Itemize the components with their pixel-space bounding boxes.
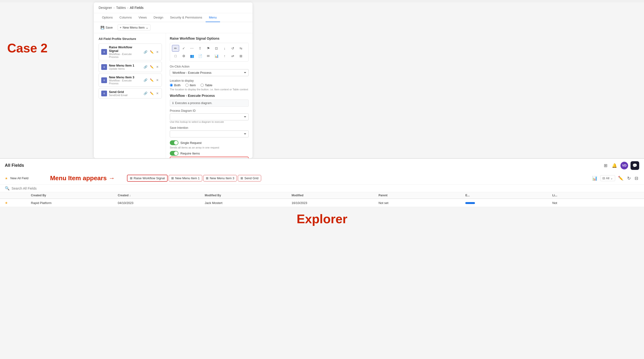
icon-cell-pencil[interactable]: ✏ [172,45,179,52]
link-button-3[interactable]: 🔗 [143,91,148,96]
icon-cell-square[interactable]: □ [172,53,179,59]
grid-icon-btn[interactable]: ⊞ [603,162,608,169]
menu-item-name-1: New Menu Item 1 [109,64,141,67]
edit-button-1[interactable]: ✏️ [149,65,154,69]
radio-table[interactable]: Table [200,83,212,87]
bell-icon-btn[interactable]: 🔔 [611,162,618,169]
breadcrumb-tables[interactable]: Tables [116,6,126,9]
edit-icon-btn[interactable]: ✏️ [617,175,624,182]
tabs-bar: Options Columns Views Design Security & … [94,13,252,22]
icon-cell-check[interactable]: ✓ [180,45,187,52]
menu-item-name-2: New Menu Item 3 [109,75,141,79]
tab-menu[interactable]: Menu [206,13,220,22]
progress-bar [465,202,475,204]
edit-button-3[interactable]: ✏️ [149,91,154,96]
search-input[interactable] [12,186,60,190]
menu-item-sub-0: Workflow - Execute Process [109,53,141,58]
columns-icon-btn[interactable]: ⊟ [634,175,639,182]
menu-btn-label-2: New Menu Item 3 [210,176,234,180]
td-created-by: Rapid Platform [31,201,118,205]
close-button-0[interactable]: ✕ [156,50,159,54]
edit-button-0[interactable]: ✏️ [149,50,154,54]
chevron-filter-icon: ⌄ [610,176,613,180]
menu-btn-label-1: New Menu Item 1 [175,176,200,180]
tab-views[interactable]: Views [135,13,150,22]
process-diagram-select[interactable] [170,113,249,120]
refresh-icon-btn[interactable]: ↻ [626,175,632,182]
plus-icon: + [120,26,122,29]
breadcrumb-designer[interactable]: Designer [98,6,112,9]
icon-cell-link2[interactable]: ⇆ [237,45,244,52]
icon-cell-flag[interactable]: ⚑ [205,45,212,52]
menu-btn-2[interactable]: ⊞ New Menu Item 3 [203,175,237,181]
icon-cell-refresh[interactable]: ↺ [229,45,236,52]
menu-buttons-group: ⊞ Raise Workflow Signal ⊞ New Menu Item … [127,175,261,182]
tab-security[interactable]: Security & Permissions [167,13,206,22]
close-button-3[interactable]: ✕ [156,91,159,96]
save-intention-select[interactable] [170,130,249,137]
table-icon-1: ⊞ [171,176,174,180]
arrow-icon: → [109,174,115,182]
icon-cell-upload[interactable]: ⇧ [196,45,204,52]
icon-cell-users[interactable]: 👥 [188,53,196,59]
edit-button-2[interactable]: ✏️ [149,78,154,82]
icon-cell-gear[interactable]: ⚙ [180,53,187,59]
menu-item-icon-1: ≡ [101,64,107,70]
menu-btn-3[interactable]: ⊞ Send Grid [238,175,261,181]
icon-cell-dots[interactable]: ⋯ [188,45,196,52]
on-click-action-label: On-Click Action [170,65,249,68]
td-star: ★ [5,201,31,205]
icon-cell-dl[interactable]: ↓ [221,45,228,52]
menu-item-text-3: Send Grid SendGrid Email [109,90,141,97]
icon-cell-chart[interactable]: 📊 [213,53,220,59]
on-click-action-select[interactable]: Workflow - Execute Process [170,69,249,76]
excel-icon-btn[interactable]: 📊 [591,175,598,182]
radio-item[interactable]: Item [186,83,196,87]
single-request-row: Single Request [170,140,249,145]
icon-cell-save2[interactable]: ⊡ [213,45,220,52]
icon-cell-arrow-up[interactable]: ↑ [221,53,228,59]
icon-cell-grid2[interactable]: ⊞ [237,53,244,59]
new-all-field-btn[interactable]: New All Field [10,176,28,180]
link-button-2[interactable]: 🔗 [143,78,148,82]
tab-options[interactable]: Options [98,13,116,22]
icon-grid: ✏ ✓ ⋯ ⇧ ⚑ ⊡ ↓ ↺ ⇆ □ ⚙ 👥 📄 ✉ 📊 ↑ [170,43,249,61]
menu-btn-1[interactable]: ⊞ New Menu Item 1 [168,175,202,181]
options-title: Raise Workflow Signal Options [170,36,249,40]
th-e: E... [465,194,552,197]
chat-icon-btn[interactable]: 💬 [630,161,639,170]
menu-btn-raise-workflow[interactable]: ⊞ Raise Workflow Signal [127,175,168,182]
search-icon: 🔍 [5,186,10,191]
data-table: Created By Created ↓ Modified By Modifie… [0,192,644,207]
tab-design[interactable]: Design [150,13,167,22]
close-button-2[interactable]: ✕ [156,78,159,82]
menu-item-actions-3: 🔗 ✏️ ✕ [143,91,159,96]
process-diagram-label: Process Diagram ID [170,109,249,112]
panel-body: All Field Profile Structure ≡ Raise Work… [94,33,252,158]
info-box: ℹ Executes a process diagram. [170,99,249,107]
link-button-0[interactable]: 🔗 [143,50,148,54]
save-button[interactable]: 💾 Save [98,25,115,30]
td-parent: Not set [378,201,465,205]
icon-cell-swap[interactable]: ⇄ [229,53,236,59]
all-fields-title: All Fields [5,163,600,168]
icon-cell-mail[interactable]: ✉ [205,53,212,59]
table-icon-2: ⊞ [206,176,208,180]
radio-both[interactable]: Both [170,83,180,87]
tab-columns[interactable]: Columns [116,13,135,22]
avatar: VD [620,162,628,169]
require-items-label: Require Items [180,152,200,155]
process-diagram-hint: Use this lookup to select a diagram to e… [170,120,249,123]
single-request-toggle[interactable] [170,140,178,145]
new-menu-item-label: New Menu Item [123,26,144,29]
designer-panel: Designer › Tables › All Fields Options C… [94,2,252,158]
filter-btn[interactable]: ⊟ All ⌄ [600,175,615,181]
new-menu-item-button[interactable]: + New Menu Item ⌄ [118,24,151,30]
table-icon-3: ⊞ [240,176,243,180]
link-button-1[interactable]: 🔗 [143,65,148,69]
save-intention-label: Save Intention [170,126,249,129]
require-items-toggle[interactable] [170,151,178,156]
icon-cell-doc[interactable]: 📄 [196,53,204,59]
close-button-1[interactable]: ✕ [156,65,159,69]
save-intention-group: Save Intention [170,126,249,137]
